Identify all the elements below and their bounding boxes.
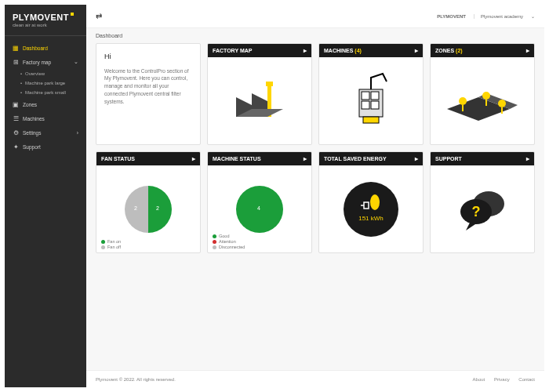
menu-toggle[interactable]: ⇄ — [96, 12, 102, 20]
chevron-right-icon: › — [77, 130, 78, 136]
zones-icon — [443, 74, 522, 129]
fan-pie-chart: 2 2 — [125, 186, 172, 233]
card-machine-status[interactable]: MACHINE STATUS▸ 4 Good Attention Disconn… — [207, 151, 312, 253]
footer-copy: Plymovent © 2022. All rights reserved. — [96, 377, 176, 382]
topbar-brand: PLYMOVENT — [437, 14, 466, 19]
brand: PLYMOVENT clean air at work — [5, 13, 86, 36]
svg-rect-7 — [362, 101, 369, 109]
card-factory-map[interactable]: FACTORY MAP▸ — [207, 43, 312, 145]
chevron-down-icon[interactable]: ⌄ — [531, 13, 535, 19]
arrow-icon: ▸ — [415, 155, 418, 162]
support-icon: ? — [451, 182, 514, 237]
svg-rect-8 — [371, 101, 379, 109]
nav-machines[interactable]: ☰Machines — [5, 111, 86, 125]
svg-point-15 — [370, 194, 380, 210]
brand-name: PLYMOVENT — [13, 13, 69, 22]
svg-rect-5 — [362, 92, 369, 100]
nav-factory-map[interactable]: ⊞Factory map⌄ — [5, 55, 86, 69]
main: ⇄ PLYMOVENT Plymovent academy ⌄ Dashboar… — [86, 5, 544, 387]
brand-tagline: clean air at work — [13, 23, 78, 27]
arrow-icon: ▸ — [304, 47, 307, 54]
machines-icon: ☰ — [13, 115, 19, 122]
card-support[interactable]: SUPPORT▸ ? — [430, 151, 535, 253]
nav: ▦Dashboard ⊞Factory map⌄ Overview Machin… — [5, 36, 86, 154]
machine-pie-chart: 4 — [236, 186, 283, 233]
footer-privacy[interactable]: Privacy — [494, 377, 510, 382]
dashboard-icon: ▦ — [13, 45, 19, 51]
gear-icon: ⚙ — [13, 129, 19, 136]
brand-dot-icon — [71, 13, 74, 16]
fan-legend: Fan on Fan off — [101, 238, 121, 249]
topbar: ⇄ PLYMOVENT Plymovent academy ⌄ — [86, 5, 544, 28]
card-intro: Hi Welcome to the ControlPro section of … — [96, 43, 201, 145]
map-icon: ⊞ — [13, 59, 19, 65]
nav-settings[interactable]: ⚙Settings› — [5, 125, 86, 140]
zones-icon: ▣ — [13, 101, 19, 107]
svg-rect-6 — [371, 92, 379, 100]
energy-gauge: 151 kWh — [344, 182, 398, 237]
plug-leaf-icon — [359, 196, 383, 215]
nav-zones[interactable]: ▣Zones — [5, 97, 86, 111]
machine-legend: Good Attention Disconnected — [213, 233, 245, 249]
arrow-icon: ▸ — [304, 155, 307, 162]
footer-contact[interactable]: Contact — [518, 377, 535, 382]
card-zones[interactable]: ZONES (2)▸ — [430, 43, 535, 145]
nav-support[interactable]: ✦Support — [5, 140, 86, 154]
svg-text:?: ? — [472, 204, 481, 220]
factory-icon — [228, 74, 291, 129]
card-fan-status[interactable]: FAN STATUS▸ 2 2 Fan on Fan off — [96, 151, 201, 253]
nav-overview[interactable]: Overview — [5, 69, 86, 78]
svg-point-14 — [498, 100, 506, 107]
arrow-icon: ▸ — [526, 47, 529, 54]
intro-title: Hi — [104, 52, 192, 63]
footer-about[interactable]: About — [473, 377, 485, 382]
nav-park-small[interactable]: Machine park small — [5, 88, 86, 97]
machine-icon — [340, 70, 402, 132]
svg-rect-9 — [363, 117, 379, 123]
footer: Plymovent © 2022. All rights reserved. A… — [86, 370, 544, 387]
nav-dashboard[interactable]: ▦Dashboard — [5, 41, 86, 55]
breadcrumb: Dashboard — [86, 28, 544, 43]
dashboard-grid: Hi Welcome to the ControlPro section of … — [86, 43, 544, 370]
academy-link[interactable]: Plymovent academy — [474, 14, 523, 19]
arrow-icon: ▸ — [192, 155, 195, 162]
card-machines[interactable]: MACHINES (4)▸ — [318, 43, 424, 145]
sidebar: PLYMOVENT clean air at work ▦Dashboard ⊞… — [5, 5, 86, 387]
nav-park-large[interactable]: Machine park large — [5, 78, 86, 88]
support-icon: ✦ — [13, 143, 19, 150]
intro-body: Welcome to the ControlPro section of My … — [104, 67, 192, 106]
svg-point-12 — [459, 97, 467, 105]
arrow-icon: ▸ — [526, 155, 529, 162]
arrow-icon: ▸ — [415, 47, 418, 54]
svg-point-13 — [482, 92, 490, 100]
svg-rect-2 — [266, 82, 273, 86]
chevron-down-icon: ⌄ — [74, 59, 78, 65]
card-energy[interactable]: TOTAL SAVED ENERGY▸ 151 kWh — [318, 151, 424, 253]
